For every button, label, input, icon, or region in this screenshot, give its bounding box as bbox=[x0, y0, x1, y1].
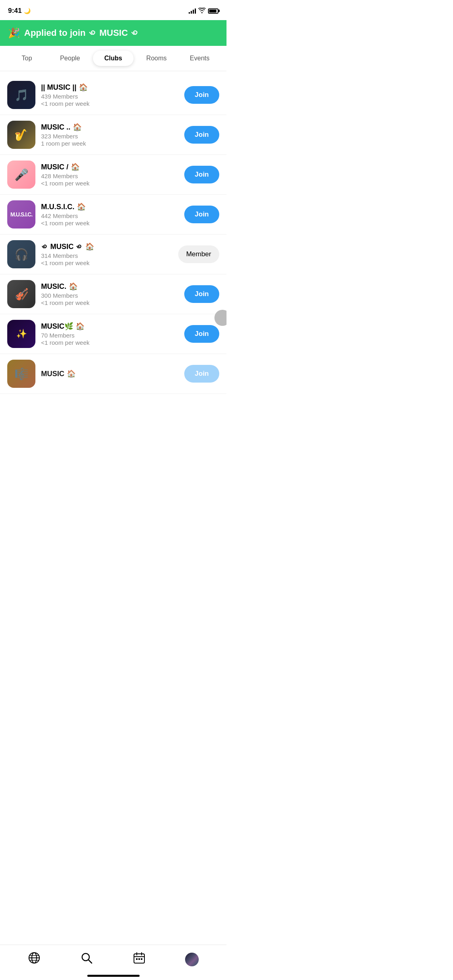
status-time: 9:41 bbox=[8, 7, 22, 15]
club-item: 🎻 MUSIC. 🏠 300 Members <1 room per week … bbox=[0, 274, 226, 314]
moon-icon: 🌙 bbox=[24, 8, 31, 14]
join-button[interactable]: Join bbox=[184, 166, 219, 183]
banner-text: Applied to join ꩜ MUSIC ꩜ bbox=[24, 28, 139, 38]
club-name: MUSIC🌿 🏠 bbox=[41, 322, 179, 331]
club-info: MUSIC. 🏠 300 Members <1 room per week bbox=[41, 282, 179, 306]
club-avatar: 🎧 bbox=[7, 240, 35, 268]
club-members: 428 Members bbox=[41, 173, 179, 179]
join-button[interactable]: Join bbox=[184, 325, 219, 343]
tab-people[interactable]: People bbox=[49, 51, 90, 66]
home-icon: 🏠 bbox=[85, 242, 94, 251]
club-info: MUSIC🌿 🏠 70 Members <1 room per week bbox=[41, 322, 179, 346]
club-rooms: <1 room per week bbox=[41, 259, 173, 266]
home-icon: 🏠 bbox=[71, 163, 80, 171]
home-icon: 🏠 bbox=[67, 369, 76, 378]
club-members: 70 Members bbox=[41, 332, 179, 339]
status-bar: 9:41 🌙 bbox=[0, 0, 226, 20]
club-item: 🎼 MUSIC 🏠 Join bbox=[0, 354, 226, 394]
club-info: MUSIC 🏠 bbox=[41, 369, 179, 378]
battery-icon bbox=[208, 8, 218, 14]
home-icon: 🏠 bbox=[73, 123, 82, 132]
club-avatar: 🎷 bbox=[7, 121, 35, 149]
club-avatar: 🎤 bbox=[7, 161, 35, 189]
club-info: ꩜ MUSIC ꩜ 🏠 314 Members <1 room per week bbox=[41, 242, 173, 266]
club-rooms: <1 room per week bbox=[41, 299, 179, 306]
club-members: 300 Members bbox=[41, 292, 179, 299]
tab-events[interactable]: Events bbox=[179, 51, 220, 66]
club-members: 439 Members bbox=[41, 93, 179, 100]
signal-icon bbox=[189, 8, 196, 14]
club-avatar: M.U.S.I.C. bbox=[7, 200, 35, 229]
tab-bar: Top People Clubs Rooms Events bbox=[0, 46, 226, 71]
club-name: M.U.S.I.C. 🏠 bbox=[41, 202, 179, 211]
tab-top[interactable]: Top bbox=[6, 51, 47, 66]
tab-rooms[interactable]: Rooms bbox=[136, 51, 177, 66]
club-members: 323 Members bbox=[41, 133, 179, 140]
club-item: 🎵 || MUSIC || 🏠 439 Members <1 room per … bbox=[0, 75, 226, 115]
club-name: || MUSIC || 🏠 bbox=[41, 83, 179, 92]
club-name: MUSIC. 🏠 bbox=[41, 282, 179, 291]
home-icon: 🏠 bbox=[76, 322, 84, 331]
club-name: MUSIC .. 🏠 bbox=[41, 123, 179, 132]
join-button[interactable]: Join bbox=[184, 365, 219, 383]
join-button[interactable]: Join bbox=[184, 206, 219, 223]
banner-emoji: 🎉 bbox=[8, 27, 20, 39]
club-name: MUSIC / 🏠 bbox=[41, 163, 179, 171]
applied-banner: 🎉 Applied to join ꩜ MUSIC ꩜ bbox=[0, 20, 226, 46]
club-info: M.U.S.I.C. 🏠 442 Members <1 room per wee… bbox=[41, 202, 179, 226]
club-list: 🎵 || MUSIC || 🏠 439 Members <1 room per … bbox=[0, 71, 226, 430]
club-info: MUSIC / 🏠 428 Members <1 room per week bbox=[41, 163, 179, 187]
tab-clubs[interactable]: Clubs bbox=[93, 51, 134, 66]
club-item: 🎷 MUSIC .. 🏠 323 Members 1 room per week… bbox=[0, 115, 226, 155]
club-rooms: <1 room per week bbox=[41, 180, 179, 187]
club-avatar: ✨ bbox=[7, 320, 35, 348]
club-rooms: <1 room per week bbox=[41, 100, 179, 107]
club-info: || MUSIC || 🏠 439 Members <1 room per we… bbox=[41, 83, 179, 107]
wifi-icon bbox=[198, 8, 206, 14]
club-members: 442 Members bbox=[41, 212, 179, 219]
member-button[interactable]: Member bbox=[178, 245, 219, 263]
club-avatar: 🎵 bbox=[7, 81, 35, 109]
club-item: 🎧 ꩜ MUSIC ꩜ 🏠 314 Members <1 room per we… bbox=[0, 235, 226, 274]
club-item: 🎤 MUSIC / 🏠 428 Members <1 room per week… bbox=[0, 155, 226, 195]
club-avatar: 🎼 bbox=[7, 360, 35, 388]
club-rooms: <1 room per week bbox=[41, 220, 179, 226]
home-icon: 🏠 bbox=[69, 282, 78, 291]
club-item: M.U.S.I.C. M.U.S.I.C. 🏠 442 Members <1 r… bbox=[0, 195, 226, 235]
club-info: MUSIC .. 🏠 323 Members 1 room per week bbox=[41, 123, 179, 147]
home-icon: 🏠 bbox=[77, 202, 86, 211]
club-item: ✨ MUSIC🌿 🏠 70 Members <1 room per week J… bbox=[0, 314, 226, 354]
club-rooms: <1 room per week bbox=[41, 339, 179, 346]
club-members: 314 Members bbox=[41, 252, 173, 259]
join-button[interactable]: Join bbox=[184, 126, 219, 144]
club-rooms: 1 room per week bbox=[41, 140, 179, 147]
join-button[interactable]: Join bbox=[184, 86, 219, 104]
status-icons bbox=[189, 8, 218, 14]
club-avatar: 🎻 bbox=[7, 280, 35, 308]
home-icon: 🏠 bbox=[79, 83, 88, 92]
club-name: MUSIC 🏠 bbox=[41, 369, 179, 378]
club-name: ꩜ MUSIC ꩜ 🏠 bbox=[41, 242, 173, 251]
join-button[interactable]: Join bbox=[184, 285, 219, 303]
